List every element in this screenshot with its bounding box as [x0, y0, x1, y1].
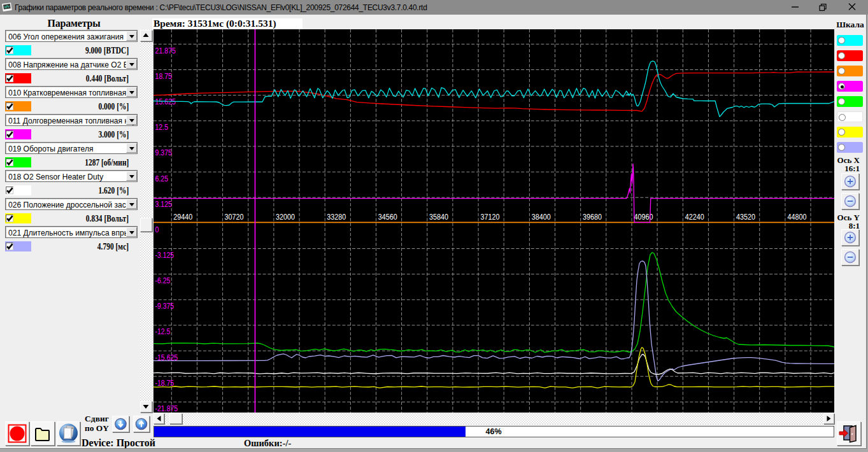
svg-text:33280: 33280	[327, 213, 346, 222]
svg-text:39680: 39680	[583, 213, 602, 222]
svg-text:-18.75: -18.75	[155, 379, 174, 388]
svg-text:35840: 35840	[429, 213, 448, 222]
svg-text:-6.25: -6.25	[155, 276, 171, 285]
svg-text:21.875: 21.875	[155, 46, 176, 55]
svg-text:0: 0	[155, 225, 159, 234]
svg-text:37120: 37120	[480, 213, 499, 222]
svg-text:32000: 32000	[276, 213, 295, 222]
svg-text:34560: 34560	[378, 213, 397, 222]
svg-text:18.75: 18.75	[155, 72, 173, 81]
svg-text:-12.5: -12.5	[155, 327, 171, 336]
svg-text:44800: 44800	[788, 213, 807, 222]
svg-text:-21.875: -21.875	[155, 404, 178, 413]
svg-text:9.375: 9.375	[155, 148, 173, 157]
svg-text:38400: 38400	[532, 213, 551, 222]
svg-text:-3.125: -3.125	[155, 251, 174, 260]
svg-text:30720: 30720	[225, 213, 244, 222]
svg-text:12.5: 12.5	[155, 123, 169, 132]
svg-text:29440: 29440	[173, 213, 192, 222]
svg-text:43520: 43520	[736, 213, 755, 222]
svg-text:3.125: 3.125	[155, 200, 173, 209]
svg-text:15.625: 15.625	[155, 97, 176, 106]
svg-text:6.25: 6.25	[155, 174, 169, 183]
svg-text:-9.375: -9.375	[155, 302, 174, 311]
svg-text:42240: 42240	[685, 213, 704, 222]
